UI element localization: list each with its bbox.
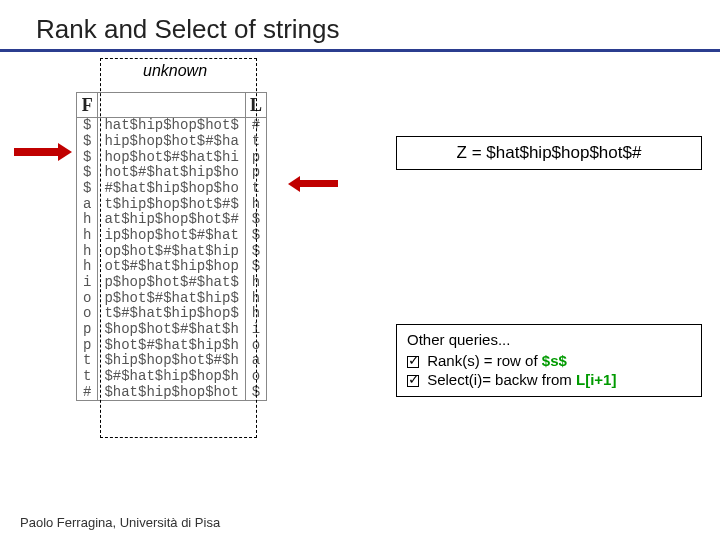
cell-f: h	[77, 259, 98, 275]
cell-l: a	[245, 353, 266, 369]
cell-l: h	[245, 275, 266, 291]
cell-l: o	[245, 338, 266, 354]
select-suffix: L[i+1]	[576, 371, 616, 388]
table-row: p$hot$#$hat$hip$ho	[77, 338, 266, 354]
table-row: hop$hot$#$hat$hip$	[77, 244, 266, 260]
table-row: ip$hop$hot$#$hat$h	[77, 275, 266, 291]
cell-mid: $hot$#$hat$hip$h	[98, 338, 245, 354]
cell-l: $	[245, 244, 266, 260]
cell-l: p	[245, 150, 266, 166]
cell-mid: hat$hip$hop$hot$	[98, 118, 245, 134]
bwt-table: F L $hat$hip$hop$hot$#$hip$hop$hot$#$hat…	[76, 92, 267, 401]
cell-l: t	[245, 181, 266, 197]
table-row: $hip$hop$hot$#$hat	[77, 134, 266, 150]
cell-f: $	[77, 181, 98, 197]
cell-l: $	[245, 385, 266, 401]
cell-l: p	[245, 165, 266, 181]
cell-f: p	[77, 322, 98, 338]
cell-mid: ip$hop$hot$#$hat	[98, 228, 245, 244]
table-row: at$hip$hop$hot$#$h	[77, 197, 266, 213]
table-row: hat$hip$hop$hot$#$	[77, 212, 266, 228]
cell-mid: $hat$hip$hop$hot	[98, 385, 245, 401]
table-row: $hat$hip$hop$hot$#	[77, 118, 266, 134]
cell-f: h	[77, 212, 98, 228]
cell-f: h	[77, 244, 98, 260]
cell-mid: op$hot$#$hat$hip	[98, 244, 245, 260]
cell-mid: hop$hot$#$hat$hi	[98, 150, 245, 166]
cell-mid: t$#$hat$hip$hop$	[98, 306, 245, 322]
cell-f: $	[77, 165, 98, 181]
queries-heading: Other queries...	[407, 331, 691, 348]
cell-l: h	[245, 291, 266, 307]
select-text: Select(i)= backw from	[427, 371, 576, 388]
table-row: p$hop$hot$#$hat$hi	[77, 322, 266, 338]
table-row: $hop$hot$#$hat$hip	[77, 150, 266, 166]
cell-f: $	[77, 150, 98, 166]
cell-l: i	[245, 322, 266, 338]
cell-mid: hip$hop$hot$#$ha	[98, 134, 245, 150]
rank-item: Rank(s) = row of $s$	[407, 352, 691, 369]
table-row: $#$hat$hip$hop$hot	[77, 181, 266, 197]
cell-f: o	[77, 291, 98, 307]
unknown-label: unknown	[143, 62, 207, 80]
check-icon	[407, 356, 419, 368]
cell-mid: $#$hat$hip$hop$h	[98, 369, 245, 385]
cell-f: i	[77, 275, 98, 291]
header-l: L	[245, 93, 266, 118]
z-equation: Z = $hat$hip$hop$hot$#	[396, 136, 702, 170]
cell-mid: $hop$hot$#$hat$h	[98, 322, 245, 338]
table-row: $hot$#$hat$hip$hop	[77, 165, 266, 181]
rank-suffix: $s$	[542, 352, 567, 369]
cell-l: t	[245, 134, 266, 150]
table-row: ot$#$hat$hip$hop$h	[77, 306, 266, 322]
check-icon	[407, 375, 419, 387]
select-item: Select(i)= backw from L[i+1]	[407, 371, 691, 388]
footer: Paolo Ferragina, Università di Pisa	[20, 515, 220, 530]
page-title: Rank and Select of strings	[0, 0, 720, 49]
cell-f: $	[77, 134, 98, 150]
cell-l: h	[245, 306, 266, 322]
table-row: #$hat$hip$hop$hot$	[77, 385, 266, 401]
cell-l: h	[245, 197, 266, 213]
table-row: t$hip$hop$hot$#$ha	[77, 353, 266, 369]
cell-mid: p$hot$#$hat$hip$	[98, 291, 245, 307]
cell-f: t	[77, 353, 98, 369]
queries-box: Other queries... Rank(s) = row of $s$ Se…	[396, 324, 702, 397]
cell-l: $	[245, 212, 266, 228]
title-underline	[0, 49, 720, 52]
cell-mid: hot$#$hat$hip$ho	[98, 165, 245, 181]
cell-mid: t$hip$hop$hot$#$	[98, 197, 245, 213]
cell-f: $	[77, 118, 98, 134]
cell-f: h	[77, 228, 98, 244]
cell-l: $	[245, 259, 266, 275]
cell-mid: $hip$hop$hot$#$h	[98, 353, 245, 369]
table-row: hot$#$hat$hip$hop$	[77, 259, 266, 275]
cell-mid: at$hip$hop$hot$#	[98, 212, 245, 228]
cell-f: p	[77, 338, 98, 354]
cell-f: o	[77, 306, 98, 322]
cell-l: #	[245, 118, 266, 134]
cell-mid: #$hat$hip$hop$ho	[98, 181, 245, 197]
cell-l: o	[245, 369, 266, 385]
cell-l: $	[245, 228, 266, 244]
table-row: op$hot$#$hat$hip$h	[77, 291, 266, 307]
table-row: hip$hop$hot$#$hat$	[77, 228, 266, 244]
header-f: F	[77, 93, 98, 118]
header-mid	[98, 93, 245, 118]
cell-f: a	[77, 197, 98, 213]
cell-mid: p$hop$hot$#$hat$	[98, 275, 245, 291]
cell-f: #	[77, 385, 98, 401]
table-row: t$#$hat$hip$hop$ho	[77, 369, 266, 385]
rank-text: Rank(s) = row of	[427, 352, 542, 369]
cell-mid: ot$#$hat$hip$hop	[98, 259, 245, 275]
cell-f: t	[77, 369, 98, 385]
